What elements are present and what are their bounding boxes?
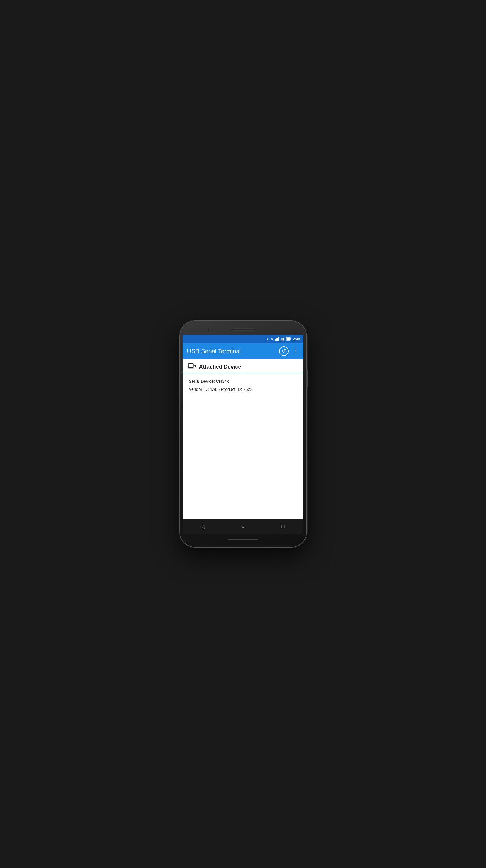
section-header: Attached Device [183, 359, 303, 373]
svg-rect-11 [188, 364, 193, 368]
usb-device-icon [188, 363, 196, 370]
svg-rect-5 [282, 338, 282, 341]
app-bar-icons: ⋮ [279, 346, 299, 356]
nav-bar: ◁ ○ □ [183, 519, 303, 534]
status-bar: ✗ ⚒ [183, 335, 303, 343]
svg-rect-14 [195, 365, 196, 367]
bluetooth-icon: ✗ [266, 337, 269, 341]
svg-rect-2 [277, 338, 278, 341]
recents-button[interactable]: □ [277, 521, 289, 532]
app-bar: USB Serial Terminal ⋮ [183, 343, 303, 359]
signal-outline-icon [281, 337, 285, 341]
serial-device-line: Serial Device: CH34x [189, 378, 297, 384]
content-area: Attached Device Serial Device: CH34x Ven… [183, 359, 303, 519]
status-icons: ✗ ⚒ [266, 337, 300, 341]
device-info: Serial Device: CH34x Vendor ID: 1A86 Pro… [183, 373, 303, 399]
alarm-icon: ⚒ [270, 337, 273, 341]
battery-icon [286, 337, 291, 341]
refresh-button[interactable] [279, 346, 289, 356]
svg-rect-9 [287, 338, 290, 340]
svg-rect-4 [281, 339, 282, 341]
signal-full-icon [275, 337, 279, 341]
more-options-button[interactable]: ⋮ [293, 347, 299, 355]
bottom-bar [228, 538, 258, 540]
speaker [231, 328, 255, 331]
svg-rect-0 [275, 339, 276, 341]
camera [207, 328, 210, 331]
status-time: 2:46 [293, 337, 300, 341]
section-title: Attached Device [199, 364, 241, 370]
svg-rect-7 [284, 337, 285, 341]
power-button[interactable] [306, 369, 307, 387]
phone-bottom [228, 535, 258, 543]
svg-rect-6 [283, 338, 284, 341]
back-button[interactable]: ◁ [197, 521, 209, 532]
svg-rect-12 [188, 368, 194, 368]
svg-rect-3 [279, 337, 279, 341]
svg-rect-10 [291, 338, 291, 339]
vendor-product-line: Vendor ID: 1A86 Product ID: 7523 [189, 386, 297, 393]
home-button[interactable]: ○ [237, 521, 249, 532]
phone-screen: ✗ ⚒ [183, 335, 303, 534]
phone-top [183, 325, 303, 334]
phone-frame: ✗ ⚒ [180, 321, 306, 547]
svg-rect-1 [276, 338, 277, 341]
app-title: USB Serial Terminal [187, 348, 276, 355]
